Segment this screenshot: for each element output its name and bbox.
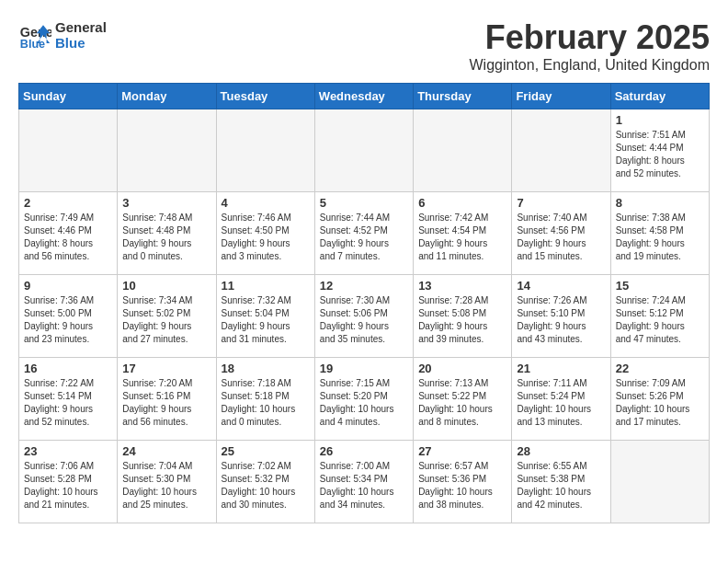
weekday-header-saturday: Saturday: [610, 84, 709, 109]
day-info: Sunrise: 7:36 AM Sunset: 5:00 PM Dayligh…: [24, 294, 112, 346]
weekday-header-friday: Friday: [512, 84, 610, 109]
logo-line1: General: [55, 19, 107, 35]
calendar-cell: 10Sunrise: 7:34 AM Sunset: 5:02 PM Dayli…: [118, 275, 216, 358]
day-info: Sunrise: 7:49 AM Sunset: 4:46 PM Dayligh…: [24, 212, 112, 263]
calendar-week-row: 2Sunrise: 7:49 AM Sunset: 4:46 PM Daylig…: [19, 192, 710, 275]
calendar-cell: [19, 109, 118, 192]
day-number: 5: [320, 196, 408, 210]
day-number: 7: [517, 196, 605, 210]
day-number: 4: [222, 196, 310, 210]
day-info: Sunrise: 7:24 AM Sunset: 5:12 PM Dayligh…: [616, 294, 704, 346]
calendar-cell: [314, 109, 413, 192]
day-number: 15: [616, 279, 704, 293]
day-number: 12: [320, 279, 408, 293]
weekday-header-monday: Monday: [118, 84, 216, 109]
day-number: 11: [222, 279, 310, 293]
day-info: Sunrise: 7:34 AM Sunset: 5:02 PM Dayligh…: [122, 294, 210, 346]
calendar-cell: 2Sunrise: 7:49 AM Sunset: 4:46 PM Daylig…: [19, 192, 118, 275]
calendar-week-row: 9Sunrise: 7:36 AM Sunset: 5:00 PM Daylig…: [19, 275, 710, 358]
header: General Blue General Blue February 2025 …: [18, 18, 710, 74]
calendar-cell: 27Sunrise: 6:57 AM Sunset: 5:36 PM Dayli…: [414, 441, 512, 523]
day-info: Sunrise: 7:44 AM Sunset: 4:52 PM Dayligh…: [320, 212, 408, 263]
day-info: Sunrise: 7:40 AM Sunset: 4:56 PM Dayligh…: [517, 212, 605, 263]
logo-icon: General Blue: [18, 18, 51, 52]
weekday-header-thursday: Thursday: [414, 84, 512, 109]
day-number: 20: [418, 362, 506, 375]
calendar-cell: 6Sunrise: 7:42 AM Sunset: 4:54 PM Daylig…: [414, 192, 512, 275]
day-number: 6: [418, 196, 506, 210]
calendar-week-row: 23Sunrise: 7:06 AM Sunset: 5:28 PM Dayli…: [19, 441, 710, 523]
calendar-cell: [414, 109, 512, 192]
day-info: Sunrise: 7:28 AM Sunset: 5:08 PM Dayligh…: [418, 294, 506, 346]
weekday-header-wednesday: Wednesday: [314, 84, 413, 109]
calendar-cell: 20Sunrise: 7:13 AM Sunset: 5:22 PM Dayli…: [414, 358, 512, 441]
calendar-cell: 21Sunrise: 7:11 AM Sunset: 5:24 PM Dayli…: [512, 358, 610, 441]
calendar-cell: 22Sunrise: 7:09 AM Sunset: 5:26 PM Dayli…: [610, 358, 709, 441]
day-info: Sunrise: 7:38 AM Sunset: 4:58 PM Dayligh…: [616, 212, 704, 263]
calendar-cell: 12Sunrise: 7:30 AM Sunset: 5:06 PM Dayli…: [314, 275, 413, 358]
day-info: Sunrise: 7:51 AM Sunset: 4:44 PM Dayligh…: [616, 129, 704, 180]
day-number: 16: [24, 362, 112, 375]
calendar-cell: 28Sunrise: 6:55 AM Sunset: 5:38 PM Dayli…: [512, 441, 610, 523]
day-number: 28: [517, 444, 605, 458]
logo-line2: Blue: [55, 35, 107, 51]
logo: General Blue General Blue: [18, 18, 107, 52]
day-number: 27: [418, 444, 506, 458]
day-number: 9: [24, 279, 112, 293]
calendar-cell: 14Sunrise: 7:26 AM Sunset: 5:10 PM Dayli…: [512, 275, 610, 358]
calendar-cell: 23Sunrise: 7:06 AM Sunset: 5:28 PM Dayli…: [19, 441, 118, 523]
calendar-cell: 3Sunrise: 7:48 AM Sunset: 4:48 PM Daylig…: [118, 192, 216, 275]
day-number: 13: [418, 279, 506, 293]
day-info: Sunrise: 7:04 AM Sunset: 5:30 PM Dayligh…: [122, 460, 210, 511]
calendar-cell: 1Sunrise: 7:51 AM Sunset: 4:44 PM Daylig…: [610, 109, 709, 192]
calendar-cell: 19Sunrise: 7:15 AM Sunset: 5:20 PM Dayli…: [314, 358, 413, 441]
day-info: Sunrise: 7:02 AM Sunset: 5:32 PM Dayligh…: [222, 460, 310, 511]
day-number: 24: [122, 444, 210, 458]
calendar-week-row: 1Sunrise: 7:51 AM Sunset: 4:44 PM Daylig…: [19, 109, 710, 192]
calendar-cell: [118, 109, 216, 192]
day-number: 17: [122, 362, 210, 375]
calendar-cell: [610, 441, 709, 523]
calendar-cell: 8Sunrise: 7:38 AM Sunset: 4:58 PM Daylig…: [610, 192, 709, 275]
calendar-cell: 18Sunrise: 7:18 AM Sunset: 5:18 PM Dayli…: [216, 358, 314, 441]
day-number: 8: [616, 196, 704, 210]
day-info: Sunrise: 7:48 AM Sunset: 4:48 PM Dayligh…: [122, 212, 210, 263]
day-info: Sunrise: 7:26 AM Sunset: 5:10 PM Dayligh…: [517, 294, 605, 346]
calendar-cell: 17Sunrise: 7:20 AM Sunset: 5:16 PM Dayli…: [118, 358, 216, 441]
day-number: 3: [122, 196, 210, 210]
day-number: 18: [222, 362, 310, 375]
calendar: SundayMondayTuesdayWednesdayThursdayFrid…: [18, 83, 710, 523]
calendar-cell: 5Sunrise: 7:44 AM Sunset: 4:52 PM Daylig…: [314, 192, 413, 275]
day-info: Sunrise: 7:11 AM Sunset: 5:24 PM Dayligh…: [517, 377, 605, 429]
location-title: Wigginton, England, United Kingdom: [470, 57, 711, 74]
calendar-cell: [512, 109, 610, 192]
day-info: Sunrise: 7:18 AM Sunset: 5:18 PM Dayligh…: [222, 377, 310, 429]
day-number: 2: [24, 196, 112, 210]
day-info: Sunrise: 6:55 AM Sunset: 5:38 PM Dayligh…: [517, 460, 605, 511]
day-number: 10: [122, 279, 210, 293]
day-number: 1: [616, 113, 704, 127]
calendar-cell: 4Sunrise: 7:46 AM Sunset: 4:50 PM Daylig…: [216, 192, 314, 275]
day-number: 25: [222, 444, 310, 458]
calendar-cell: 16Sunrise: 7:22 AM Sunset: 5:14 PM Dayli…: [19, 358, 118, 441]
weekday-header-sunday: Sunday: [19, 84, 118, 109]
day-info: Sunrise: 7:00 AM Sunset: 5:34 PM Dayligh…: [320, 460, 408, 511]
title-section: February 2025 Wigginton, England, United…: [470, 18, 711, 74]
day-info: Sunrise: 6:57 AM Sunset: 5:36 PM Dayligh…: [418, 460, 506, 511]
weekday-header-tuesday: Tuesday: [216, 84, 314, 109]
svg-text:Blue: Blue: [20, 38, 45, 51]
day-info: Sunrise: 7:30 AM Sunset: 5:06 PM Dayligh…: [320, 294, 408, 346]
day-number: 21: [517, 362, 605, 375]
day-info: Sunrise: 7:06 AM Sunset: 5:28 PM Dayligh…: [24, 460, 112, 511]
day-number: 19: [320, 362, 408, 375]
day-number: 23: [24, 444, 112, 458]
calendar-cell: 26Sunrise: 7:00 AM Sunset: 5:34 PM Dayli…: [314, 441, 413, 523]
day-number: 22: [616, 362, 704, 375]
calendar-cell: 13Sunrise: 7:28 AM Sunset: 5:08 PM Dayli…: [414, 275, 512, 358]
calendar-cell: 25Sunrise: 7:02 AM Sunset: 5:32 PM Dayli…: [216, 441, 314, 523]
day-info: Sunrise: 7:09 AM Sunset: 5:26 PM Dayligh…: [616, 377, 704, 429]
day-info: Sunrise: 7:32 AM Sunset: 5:04 PM Dayligh…: [222, 294, 310, 346]
day-number: 26: [320, 444, 408, 458]
day-number: 14: [517, 279, 605, 293]
day-info: Sunrise: 7:20 AM Sunset: 5:16 PM Dayligh…: [122, 377, 210, 429]
